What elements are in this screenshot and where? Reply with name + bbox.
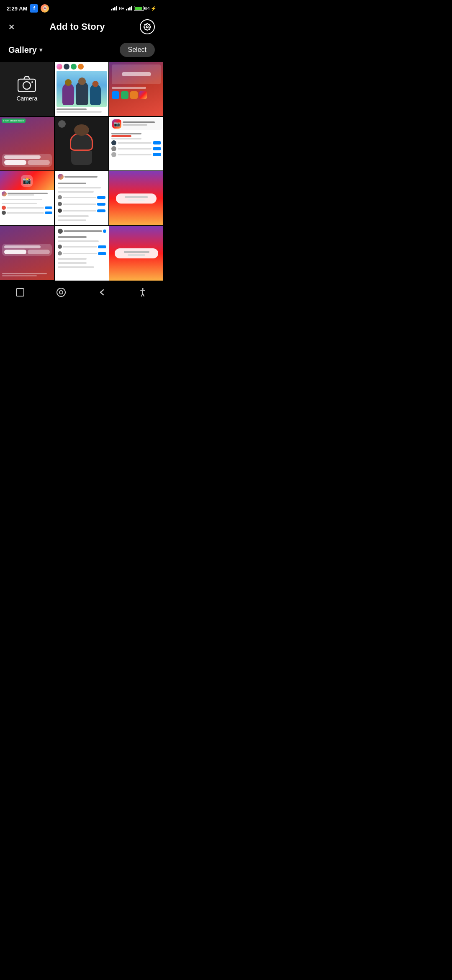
photo-cell-notification[interactable]: 📷 [109,117,163,171]
svg-rect-1 [18,79,36,92]
photo-cell-person[interactable] [55,117,109,171]
chevron-down-icon: ▾ [39,46,42,53]
svg-point-3 [31,81,33,83]
camera-icon [18,76,36,92]
photo-cell-story-bottom[interactable] [0,226,54,280]
home-circle-icon [56,287,67,298]
photo-cell-chat-bottom[interactable] [55,226,109,281]
svg-point-5 [57,288,65,297]
facebook-icon: f [30,4,38,13]
camera-cell[interactable]: Camera [0,62,54,116]
instagram-logo: 📷 [112,119,121,129]
header: × Add to Story [0,15,163,41]
status-right: H+ 84 ⚡ [111,6,157,11]
accessibility-icon [138,287,148,297]
svg-point-7 [142,288,144,290]
nav-recents-button[interactable] [15,288,25,297]
charging-icon: ⚡ [151,6,157,11]
svg-point-2 [23,82,31,89]
close-button[interactable]: × [8,21,15,32]
battery-percent: 84 [145,6,150,11]
gallery-selector[interactable]: Gallery ▾ [8,45,42,55]
avatar [71,64,77,70]
square-icon [15,288,25,297]
photo-cell-gradient[interactable] [109,62,163,116]
time: 2:29 AM [7,5,27,12]
camera-label: Camera [16,95,37,102]
network-type: H+ [119,6,124,11]
gallery-label-text: Gallery [8,45,37,55]
photo-cell-instagram-story[interactable] [109,171,163,225]
settings-icon [144,23,151,31]
photo-grid: Camera [0,62,163,281]
photo-cell-social[interactable] [55,62,109,116]
select-button[interactable]: Select [120,43,155,57]
notification-card: 📷 [110,118,162,130]
status-bar: 2:29 AM f 👻 H+ 84 ⚡ [0,0,163,15]
avatar [78,64,84,70]
back-icon [98,288,107,297]
settings-button[interactable] [140,19,155,34]
avatar [64,64,69,70]
svg-point-0 [146,26,149,28]
nav-back-button[interactable] [98,288,107,297]
avatar [56,64,62,70]
nav-accessibility-button[interactable] [138,287,148,297]
signal-bars-2 [126,6,132,10]
svg-point-6 [59,291,63,294]
nav-home-button[interactable] [56,287,67,298]
photo-cell-chat[interactable] [55,171,109,225]
photo-cell-instagram-story-bottom[interactable] [109,226,163,281]
create-mode-badge: From create mode [2,119,26,123]
photo-cell-story-pink[interactable]: From create mode [0,117,54,171]
page-title: Add to Story [50,21,105,32]
signal-bars [111,6,117,10]
snapchat-icon: 👻 [41,4,49,13]
battery-indicator: 84 ⚡ [134,6,157,11]
photo-cell-insta-notif[interactable]: 📸 [0,171,54,225]
gallery-row: Gallery ▾ Select [0,41,163,62]
status-left: 2:29 AM f 👻 [7,4,49,13]
bottom-nav [0,281,163,306]
svg-rect-4 [16,289,24,296]
